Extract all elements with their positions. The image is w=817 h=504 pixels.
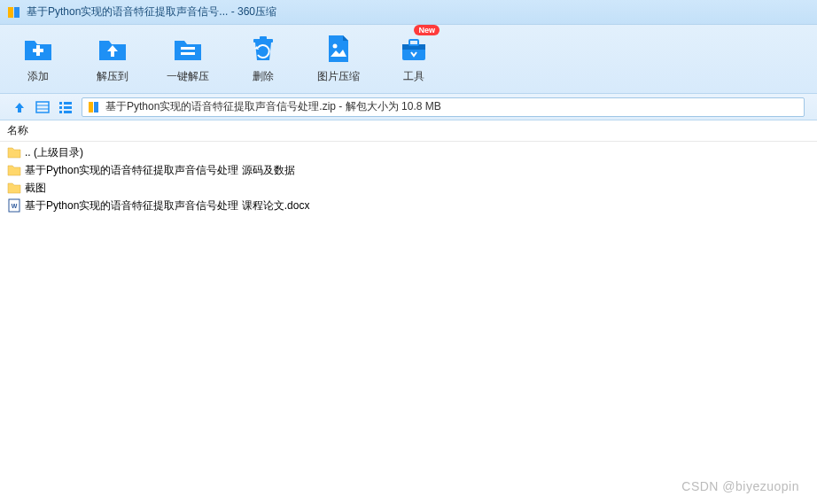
svg-rect-22 bbox=[94, 102, 98, 112]
view-list-icon[interactable] bbox=[58, 100, 73, 114]
up-arrow-icon[interactable] bbox=[12, 100, 27, 114]
folder-up-icon bbox=[97, 34, 128, 64]
folder-plus-icon bbox=[23, 34, 53, 64]
list-item[interactable]: 基于Python实现的语音特征提取声音信号处理 源码及数据 bbox=[0, 161, 817, 179]
path-text: 基于Python实现的语音特征提取声音信号处理.zip - 解包大小为 10.8… bbox=[105, 99, 441, 114]
window-title: 基于Python实现的语音特征提取声音信号... - 360压缩 bbox=[27, 4, 276, 19]
svg-rect-17 bbox=[59, 106, 62, 109]
watermark: CSDN @biyezuopin bbox=[681, 479, 799, 493]
trash-icon bbox=[248, 34, 278, 64]
toolbar-label: 删除 bbox=[253, 69, 274, 84]
svg-rect-0 bbox=[8, 7, 13, 18]
svg-rect-18 bbox=[64, 106, 72, 109]
svg-text:W: W bbox=[12, 203, 18, 209]
file-name: 基于Python实现的语音特征提取声音信号处理 源码及数据 bbox=[25, 163, 295, 178]
svg-rect-12 bbox=[36, 102, 49, 112]
svg-rect-15 bbox=[59, 102, 62, 105]
svg-rect-16 bbox=[64, 102, 72, 105]
extract-to-button[interactable]: 解压到 bbox=[92, 34, 133, 84]
toolbar-label: 图片压缩 bbox=[317, 69, 360, 84]
add-button[interactable]: 添加 bbox=[18, 34, 58, 84]
column-header[interactable]: 名称 bbox=[0, 120, 817, 142]
file-name: 基于Python实现的语音特征提取声音信号处理 课程论文.docx bbox=[25, 198, 309, 213]
svg-rect-3 bbox=[36, 45, 40, 56]
folder-icon bbox=[7, 163, 21, 177]
svg-rect-19 bbox=[59, 111, 62, 113]
docx-icon: W bbox=[7, 198, 21, 213]
file-name: .. (上级目录) bbox=[25, 145, 83, 160]
svg-rect-21 bbox=[89, 102, 93, 112]
toolbar-label: 添加 bbox=[27, 69, 49, 84]
folder-icon bbox=[7, 181, 21, 195]
file-list: .. (上级目录) 基于Python实现的语音特征提取声音信号处理 源码及数据 … bbox=[0, 142, 817, 216]
folder-arrow-icon bbox=[173, 34, 203, 64]
tools-button[interactable]: New 工具 bbox=[393, 34, 434, 84]
toolbar-label: 解压到 bbox=[97, 69, 128, 84]
folder-icon bbox=[7, 145, 21, 159]
list-item[interactable]: .. (上级目录) bbox=[0, 143, 817, 161]
delete-button[interactable]: 删除 bbox=[243, 34, 284, 84]
svg-rect-11 bbox=[409, 40, 418, 45]
list-item[interactable]: 截图 bbox=[0, 179, 817, 197]
archive-icon bbox=[88, 101, 100, 113]
image-file-icon bbox=[323, 34, 354, 64]
toolbar-label: 工具 bbox=[403, 69, 424, 84]
svg-rect-5 bbox=[181, 52, 195, 55]
svg-rect-4 bbox=[181, 47, 195, 50]
svg-rect-1 bbox=[14, 7, 19, 18]
toolbar: 添加 解压到 一键解压 删除 图片压缩 New 工具 bbox=[0, 25, 817, 94]
toolbar-label: 一键解压 bbox=[167, 69, 209, 84]
image-compress-button[interactable]: 图片压缩 bbox=[317, 34, 360, 84]
svg-point-8 bbox=[333, 44, 338, 49]
file-name: 截图 bbox=[25, 181, 46, 196]
svg-rect-7 bbox=[260, 36, 267, 40]
path-input[interactable]: 基于Python实现的语音特征提取声音信号处理.zip - 解包大小为 10.8… bbox=[82, 97, 805, 117]
list-item[interactable]: W 基于Python实现的语音特征提取声音信号处理 课程论文.docx bbox=[0, 197, 817, 214]
toolbox-icon bbox=[399, 34, 429, 64]
nav-bar: 基于Python实现的语音特征提取声音信号处理.zip - 解包大小为 10.8… bbox=[0, 94, 817, 120]
view-detail-icon[interactable] bbox=[35, 100, 50, 114]
svg-rect-20 bbox=[64, 111, 72, 113]
app-icon bbox=[7, 5, 21, 19]
column-name: 名称 bbox=[7, 123, 28, 138]
one-click-extract-button[interactable]: 一键解压 bbox=[167, 34, 209, 84]
titlebar: 基于Python实现的语音特征提取声音信号... - 360压缩 bbox=[0, 0, 817, 25]
